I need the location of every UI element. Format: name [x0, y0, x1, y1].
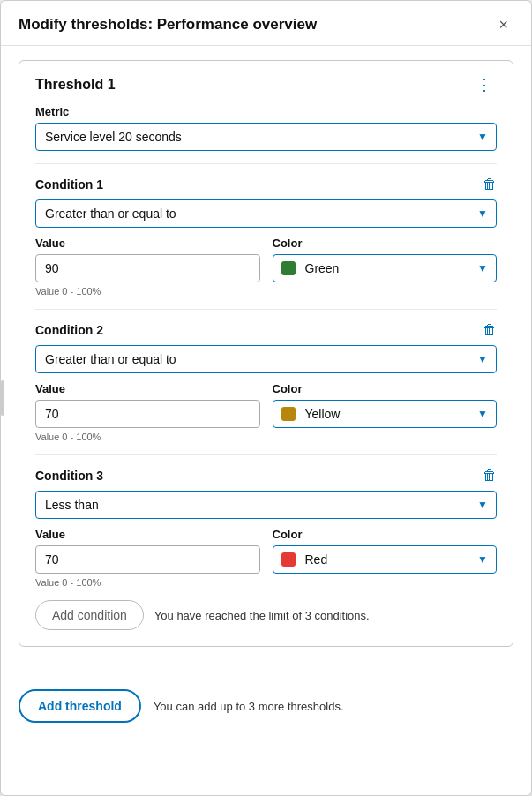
modal: Modify thresholds: Performance overview … — [0, 0, 532, 796]
condition-3-value-input[interactable] — [35, 545, 260, 574]
condition-2-operator-wrapper: Greater than or equal to ▼ — [35, 345, 497, 373]
condition-2-color-wrapper: Yellow ▼ — [273, 400, 498, 428]
condition-2-title: Condition 2 — [35, 323, 103, 337]
condition-3-title: Condition 3 — [35, 469, 103, 483]
condition-2-color-select[interactable]: Yellow — [273, 400, 498, 428]
condition-1-hint: Value 0 - 100% — [35, 286, 260, 297]
condition-3-value-color-row: Value Value 0 - 100% Color Red ▼ — [35, 528, 497, 588]
delete-condition-1-button[interactable]: 🗑 — [483, 176, 497, 192]
condition-3-value-col: Value Value 0 - 100% — [35, 528, 260, 588]
condition-2-value-color-row: Value Value 0 - 100% Color Yellow ▼ — [35, 382, 497, 442]
condition-2-color-col: Color Yellow ▼ — [273, 382, 498, 442]
sidebar-handle — [1, 380, 4, 416]
metric-label: Metric — [35, 105, 497, 118]
condition-1-color-select[interactable]: Green — [273, 254, 498, 282]
condition-3-operator-wrapper: Less than ▼ — [35, 491, 497, 519]
threshold-title: Threshold 1 — [35, 77, 116, 93]
condition-3-operator-select[interactable]: Less than — [35, 491, 497, 519]
condition-1-color-col: Color Green ▼ — [273, 237, 498, 297]
card-header: Threshold 1 ⋮ — [35, 75, 497, 94]
condition-2-color-label: Color — [273, 382, 498, 395]
divider-2 — [35, 309, 497, 310]
condition-2-hint: Value 0 - 100% — [35, 432, 260, 442]
modal-header: Modify thresholds: Performance overview … — [1, 1, 531, 46]
condition-3-color-wrapper: Red ▼ — [273, 545, 498, 574]
limit-message: You have reached the limit of 3 conditio… — [154, 609, 370, 622]
add-threshold-section: Add threshold You can add up to 3 more t… — [1, 680, 531, 740]
delete-condition-2-button[interactable]: 🗑 — [483, 322, 497, 338]
add-condition-button[interactable]: Add condition — [35, 600, 144, 630]
condition-1-value-color-row: Value Value 0 - 100% Color Green ▼ — [35, 237, 497, 297]
add-condition-section: Add condition You have reached the limit… — [35, 600, 497, 630]
condition-1-header: Condition 1 🗑 — [35, 176, 497, 192]
threshold-card-1: Threshold 1 ⋮ Metric Service level 20 se… — [19, 60, 513, 647]
condition-2-value-label: Value — [35, 382, 260, 395]
condition-3-hint: Value 0 - 100% — [35, 577, 260, 588]
modal-body: Threshold 1 ⋮ Metric Service level 20 se… — [1, 46, 531, 680]
condition-2-value-col: Value Value 0 - 100% — [35, 382, 260, 442]
condition-3-color-label: Color — [273, 528, 498, 541]
divider-1 — [35, 163, 497, 164]
condition-2-value-input[interactable] — [35, 400, 260, 428]
condition-1-color-wrapper: Green ▼ — [273, 254, 498, 282]
condition-3-color-select[interactable]: Red — [273, 545, 498, 574]
condition-2-header: Condition 2 🗑 — [35, 322, 497, 338]
condition-1-value-label: Value — [35, 237, 260, 250]
modal-title: Modify thresholds: Performance overview — [19, 16, 317, 34]
three-dots-button[interactable]: ⋮ — [473, 75, 497, 94]
divider-3 — [35, 454, 497, 455]
condition-1-title: Condition 1 — [35, 177, 103, 191]
condition-1-operator-wrapper: Greater than or equal to ▼ — [35, 199, 497, 228]
close-button[interactable]: × — [493, 15, 513, 34]
add-threshold-hint: You can add up to 3 more thresholds. — [154, 700, 344, 713]
condition-1-operator-select[interactable]: Greater than or equal to — [35, 199, 497, 228]
condition-1-color-label: Color — [273, 237, 498, 250]
condition-1-value-input[interactable] — [35, 254, 260, 282]
condition-2-operator-select[interactable]: Greater than or equal to — [35, 345, 497, 373]
condition-3-value-label: Value — [35, 528, 260, 541]
condition-3-color-col: Color Red ▼ — [273, 528, 498, 588]
metric-select[interactable]: Service level 20 seconds — [35, 123, 497, 151]
condition-3-header: Condition 3 🗑 — [35, 468, 497, 484]
add-threshold-button[interactable]: Add threshold — [19, 689, 141, 723]
condition-1-value-col: Value Value 0 - 100% — [35, 237, 260, 297]
delete-condition-3-button[interactable]: 🗑 — [483, 468, 497, 484]
metric-select-wrapper: Service level 20 seconds ▼ — [35, 123, 497, 151]
